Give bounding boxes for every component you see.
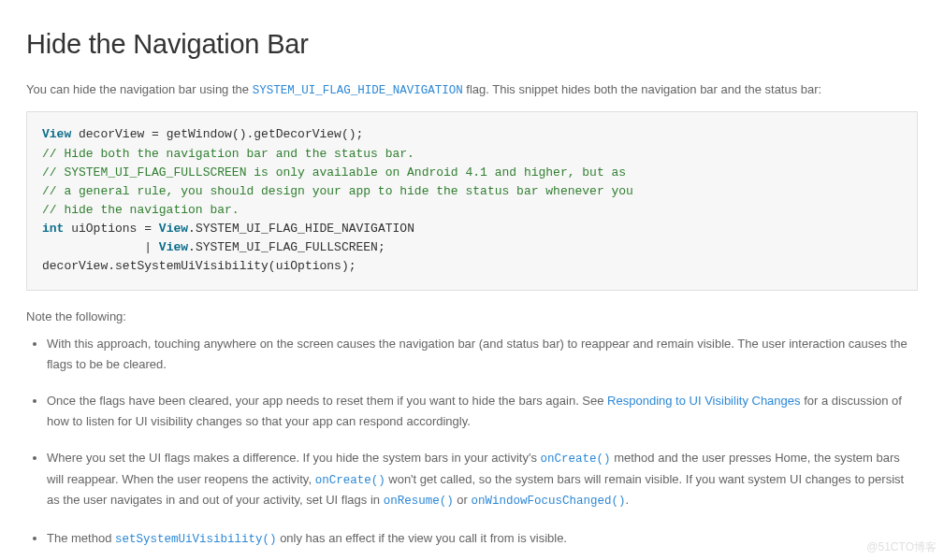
intro-paragraph: You can hide the navigation bar using th… xyxy=(26,80,918,100)
api-code: setSystemUiVisibility() xyxy=(115,533,277,546)
code-token: () xyxy=(232,127,247,141)
list-item: Once the flags have been cleared, your a… xyxy=(47,391,918,431)
note-label: Note the following: xyxy=(26,308,918,327)
code-comment: // SYSTEM_UI_FLAG_FULLSCREEN is only ava… xyxy=(42,165,626,179)
api-link[interactable]: onResume() xyxy=(384,493,454,507)
code-token: uiOptions xyxy=(64,222,144,236)
code-keyword: View xyxy=(159,240,188,254)
code-token: ; xyxy=(378,240,385,254)
list-item: The method setSystemUiVisibility() only … xyxy=(47,528,918,550)
code-token xyxy=(152,222,159,236)
code-token: . xyxy=(188,222,196,236)
api-link[interactable]: onWindowFocusChanged() xyxy=(471,493,625,507)
code-token: setSystemUiVisibility xyxy=(115,259,269,273)
code-snippet: View decorView = getWindow().getDecorVie… xyxy=(26,111,918,290)
api-code: onResume() xyxy=(384,495,454,508)
code-token: SYSTEM_UI_FLAG_HIDE_NAVIGATION xyxy=(196,222,414,236)
code-token: ( xyxy=(269,259,276,273)
code-token: SYSTEM_UI_FLAG_FULLSCREEN xyxy=(196,240,378,254)
code-token: . xyxy=(188,240,196,254)
intro-text-pre: You can hide the navigation bar using th… xyxy=(26,82,253,96)
code-token: uiOptions xyxy=(276,259,341,273)
list-item: Where you set the UI flags makes a diffe… xyxy=(47,448,918,511)
code-token xyxy=(42,240,144,254)
code-token: (); xyxy=(341,127,363,141)
note-text: With this approach, touching anywhere on… xyxy=(47,337,908,370)
code-comment: // a general rule, you should design you… xyxy=(42,184,633,198)
code-comment: // Hide both the navigation bar and the … xyxy=(42,147,414,161)
code-token: getWindow xyxy=(159,127,232,141)
flag-link[interactable]: SYSTEM_UI_FLAG_HIDE_NAVIGATION xyxy=(253,82,463,96)
code-comment: // hide the navigation bar. xyxy=(42,203,240,217)
api-link[interactable]: onCreate() xyxy=(315,472,385,486)
page-title: Hide the Navigation Bar xyxy=(26,22,918,65)
notes-list: With this approach, touching anywhere on… xyxy=(26,334,918,560)
code-token: decorView xyxy=(42,259,108,273)
code-token: = xyxy=(144,222,152,236)
article-body: Hide the Navigation Bar You can hide the… xyxy=(0,0,944,560)
note-text: Where you set the UI flags makes a diffe… xyxy=(47,451,541,465)
intro-text-post: flag. This snippet hides both the naviga… xyxy=(463,82,822,96)
api-code: onWindowFocusChanged() xyxy=(471,495,625,508)
api-code: onCreate() xyxy=(315,474,385,487)
code-token xyxy=(152,240,159,254)
note-text: or xyxy=(454,493,472,507)
code-keyword: View xyxy=(42,127,71,141)
note-text: Once the flags have been cleared, your a… xyxy=(47,394,607,408)
api-link[interactable]: setSystemUiVisibility() xyxy=(115,531,277,545)
api-link[interactable]: onCreate() xyxy=(541,451,611,465)
code-token: . xyxy=(108,259,115,273)
note-text: . xyxy=(625,493,629,507)
doc-link[interactable]: Responding to UI Visibility Changes xyxy=(607,394,800,408)
note-text: only has an effect if the view you call … xyxy=(277,531,567,545)
code-token: getDecorView xyxy=(254,127,341,141)
code-token: | xyxy=(144,240,152,254)
code-keyword: View xyxy=(159,222,188,236)
api-code: onCreate() xyxy=(541,452,611,466)
code-keyword: int xyxy=(42,222,64,236)
code-token: decorView xyxy=(71,127,152,141)
flag-code: SYSTEM_UI_FLAG_HIDE_NAVIGATION xyxy=(253,84,463,97)
note-text: The method xyxy=(47,531,115,545)
code-token: = xyxy=(152,127,159,141)
list-item: With this approach, touching anywhere on… xyxy=(47,334,918,374)
code-token: ); xyxy=(341,259,356,273)
